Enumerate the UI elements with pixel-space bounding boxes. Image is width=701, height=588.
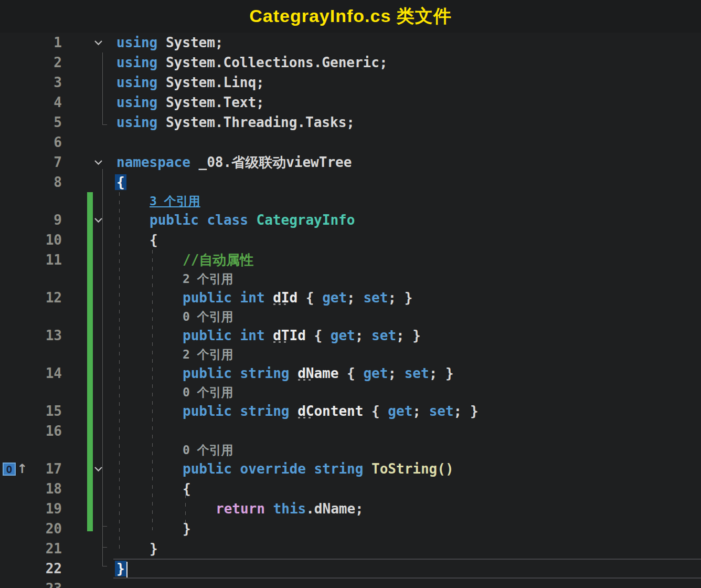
codelens-row[interactable]: 2 个引用 [0,345,701,363]
line-number: 5 [0,112,62,132]
code-text: using System.Threading.Tasks; [116,112,355,132]
code-line-14[interactable]: 14public string dName { get; set; } [0,363,701,383]
token-kw: public [183,365,232,381]
line-number: 9 [0,210,62,230]
token-kw: using [116,94,157,110]
code-line-16[interactable]: 16 [0,421,701,441]
line-number: 14 [0,363,62,383]
codelens-references[interactable]: 0 个引用 [183,441,233,459]
line-number: 23 [0,579,62,588]
code-line-10[interactable]: 10{ [0,230,701,250]
token-pl [232,461,240,477]
codelens-references[interactable]: 2 个引用 [183,270,233,288]
token-pl: { [183,481,191,497]
fold-chevron-down-icon[interactable] [94,459,103,479]
token-pl: System.Text; [157,94,264,110]
token-pl: ; } [396,328,421,343]
fold-chevron-down-icon[interactable] [94,33,103,52]
line-number: 18 [0,479,62,499]
code-line-22[interactable]: 22} [0,559,701,579]
codelens-row[interactable]: 0 个引用 [0,308,701,326]
token-kw: string [240,403,290,419]
token-pl [290,403,298,419]
line-number: 19 [0,499,62,519]
token-pl: System.Threading.Tasks; [157,114,355,130]
code-line-6[interactable]: 6 [0,132,701,152]
code-line-12[interactable]: 12public int dId { get; set; } [0,288,701,308]
token-kw: get [363,365,388,381]
line-number: 21 [0,539,62,559]
codelens-references-link[interactable]: 3 个引用 [150,192,200,210]
code-line-7[interactable]: 7namespace _08.省级联动viewTree [0,152,701,172]
code-text: } [150,539,158,559]
codelens-references[interactable]: 2 个引用 [183,345,233,363]
token-kw: public [183,403,232,419]
token-kw: public [183,461,232,477]
code-text: public string dContent { get; set; } [183,401,479,421]
codelens-row[interactable]: 3 个引用 [0,192,701,210]
token-kw: class [207,212,248,228]
code-text: { [150,230,158,250]
code-line-19[interactable]: 19return this.dName; [0,499,701,519]
page-title: CategrayInfo.cs 类文件 [249,4,452,28]
line-number: 12 [0,288,62,308]
token-kw: get [388,403,412,419]
token-kw: using [116,35,157,50]
code-text: public int dTId { get; set; } [183,326,421,345]
code-line-2[interactable]: 2using System.Collections.Generic; [0,52,701,72]
code-line-15[interactable]: 15public string dContent { get; set; } [0,401,701,421]
token-kw: set [363,290,388,306]
code-text: //自动属性 [183,250,253,270]
code-text: } [116,559,128,579]
code-text: using System.Collections.Generic; [116,52,388,72]
code-line-17[interactable]: 17public override string ToString() [0,459,701,479]
code-line-23[interactable]: 23 [0,579,701,588]
token-pl: ; [388,365,404,381]
token-pl [232,403,240,419]
code-line-3[interactable]: 3using System.Linq; [0,72,701,92]
token-pl [232,365,240,381]
codelens-references[interactable]: 0 个引用 [183,308,233,326]
fold-chevron-down-icon[interactable] [94,152,103,172]
code-line-5[interactable]: 5using System.Threading.Tasks; [0,112,701,132]
token-ty: CategrayInfo [257,212,355,228]
code-text: public int dId { get; set; } [183,288,412,308]
line-number: 10 [0,230,62,250]
code-line-13[interactable]: 13public int dTId { get; set; } [0,326,701,345]
codelens-references[interactable]: 0 个引用 [183,383,233,401]
code-line-20[interactable]: 20} [0,519,701,539]
code-line-18[interactable]: 18{ [0,479,701,499]
token-pl: .dName; [306,501,364,517]
line-number: 8 [0,172,62,192]
token-pl [265,501,273,517]
code-line-4[interactable]: 4using System.Text; [0,92,701,112]
token-pl: System; [157,35,223,50]
token-kw: override [240,461,306,477]
token-pl: { [306,328,331,343]
code-line-1[interactable]: 1using System; [0,33,701,52]
code-line-21[interactable]: 21} [0,539,701,559]
codelens-row[interactable]: 0 个引用 [0,383,701,401]
token-kw: string [240,365,290,381]
codelens-row[interactable]: 2 个引用 [0,270,701,288]
code-line-11[interactable]: 11//自动属性 [0,250,701,270]
token-pl: ; [347,290,363,306]
codelens-row[interactable]: 0 个引用 [0,441,701,459]
line-number: 17 [0,459,62,479]
code-line-9[interactable]: 9public class CategrayInfo [0,210,701,230]
token-kw: public [183,290,232,306]
token-ct: return [216,501,265,517]
token-pl [232,328,240,343]
token-pl: ; } [388,290,412,306]
line-number: 11 [0,250,62,270]
code-text: public string dName { get; set; } [183,363,454,383]
line-number: 6 [0,132,62,152]
token-kw: int [240,290,265,306]
line-number: 20 [0,519,62,539]
editor-code-area[interactable]: 1using System;2using System.Collections.… [0,33,701,588]
token-pl: { [298,290,322,306]
fold-chevron-down-icon[interactable] [94,210,103,230]
code-line-8[interactable]: 8{ [0,172,701,192]
token-pl: ; [412,403,429,419]
token-mt: ToString() [371,461,454,477]
